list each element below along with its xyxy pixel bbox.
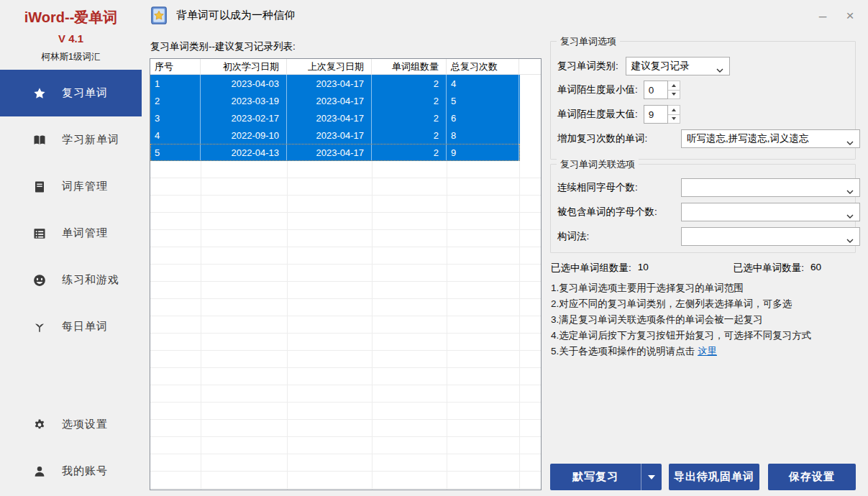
vocabulary-label: 柯林斯1级词汇: [0, 51, 142, 63]
selection-status: 已选中单词组数量: 10 已选中单词数量: 60: [551, 262, 821, 275]
sidebar-item-label: 词库管理: [62, 180, 108, 193]
instruction-line-2: 2.对应不同的复习单词类别，左侧列表选择单词，可多选: [551, 296, 811, 312]
table-cell: 2: [372, 127, 447, 144]
table-cell: 9: [447, 144, 519, 161]
sidebar-item-每日单词[interactable]: 每日单词: [0, 303, 142, 350]
sidebar-item-label: 单词管理: [62, 226, 108, 240]
gear-icon: [33, 418, 46, 431]
column-header-1[interactable]: 初次学习日期: [201, 59, 287, 74]
min-strangeness-label: 单词陌生度最小值:: [557, 83, 638, 96]
app-header: iWord--爱单词 V 4.1 柯林斯1级词汇: [0, 0, 142, 63]
table-cell: 8: [447, 127, 519, 144]
chevron-down-icon: [846, 234, 854, 245]
stepper-up-button[interactable]: [668, 81, 680, 90]
app-title: iWord--爱单词: [0, 8, 142, 27]
table-cell: 4: [150, 127, 201, 144]
window-slogan: 背单词可以成为一种信仰: [176, 9, 295, 22]
sidebar-item-label: 学习新单词: [62, 133, 119, 147]
contained-letters-dropdown[interactable]: [681, 203, 860, 221]
increase-review-value: 听写遗忘,拼写遗忘,词义遗忘: [687, 132, 809, 145]
table-row-4[interactable]: 42022-09-102023-04-1728: [150, 127, 520, 144]
word-formation-row: 构词法:: [557, 227, 851, 246]
sidebar-item-复习单词[interactable]: 复习单词: [0, 70, 142, 116]
smiley-icon: [33, 274, 46, 287]
table-cell: 4: [447, 75, 519, 92]
table-cell: 2023-04-17: [287, 92, 372, 109]
increase-review-label: 增加复习次数的单词:: [557, 132, 647, 145]
dropdown-arrow-icon: [648, 475, 655, 479]
selected-words-count: 60: [810, 262, 821, 275]
app-logo-book-icon: [150, 6, 169, 25]
up-arrow-icon: [672, 109, 676, 111]
down-arrow-icon: [672, 93, 676, 96]
sidebar-item-单词管理[interactable]: 单词管理: [0, 210, 142, 257]
table-cell: 2: [372, 109, 447, 127]
related-options-group: 复习单词关联选项 连续相同字母个数: 被包含单词的字母个数:: [550, 164, 856, 253]
export-words-button[interactable]: 导出待巩固单词: [669, 464, 759, 490]
sidebar-item-我的账号[interactable]: 我的账号: [0, 448, 142, 495]
chevron-down-icon: [846, 137, 854, 147]
sidebar-item-选项设置[interactable]: 选项设置: [0, 401, 142, 448]
down-arrow-icon: [672, 117, 676, 120]
sidebar-item-label: 每日单词: [62, 320, 108, 334]
table-cell: 2022-04-13: [201, 144, 287, 161]
selected-groups-status: 已选中单词组数量: 10: [551, 262, 649, 275]
sidebar-item-学习新单词[interactable]: 学习新单词: [0, 116, 142, 163]
book-icon: [33, 180, 46, 193]
table-cell: 2: [372, 75, 447, 92]
max-strangeness-value[interactable]: 9: [644, 105, 668, 124]
list-icon: [33, 227, 46, 240]
sidebar-item-练习和游戏[interactable]: 练习和游戏: [0, 257, 142, 303]
increase-review-row: 增加复习次数的单词: 听写遗忘,拼写遗忘,词义遗忘: [557, 129, 851, 148]
table-cell: 3: [150, 109, 201, 127]
stepper-down-button[interactable]: [668, 114, 680, 124]
selected-words-status: 已选中单词数量: 60: [734, 262, 821, 275]
dictation-review-button[interactable]: 默写复习: [550, 464, 662, 490]
instruction-line-3: 3.满足复习单词关联选项条件的单词会被一起复习: [551, 312, 811, 328]
table-cell: 2023-04-17: [287, 109, 372, 127]
column-header-2[interactable]: 上次复习日期: [287, 59, 372, 74]
same-letters-dropdown[interactable]: [681, 178, 860, 197]
table-row-1[interactable]: 12023-04-032023-04-1724: [150, 75, 520, 92]
selected-groups-count: 10: [638, 262, 649, 275]
contained-letters-row: 被包含单词的字母个数:: [557, 203, 851, 221]
sidebar-item-label: 选项设置: [62, 418, 108, 431]
sidebar-item-词库管理[interactable]: 词库管理: [0, 163, 142, 210]
table-cell: 5: [447, 92, 519, 109]
sidebar-bottom-nav: 选项设置 我的账号: [0, 401, 142, 495]
max-strangeness-stepper[interactable]: 9: [644, 105, 680, 124]
stepper-up-button[interactable]: [668, 106, 680, 114]
close-button[interactable]: ×: [839, 6, 861, 26]
sidebar-nav: 复习单词 学习新单词 词库管理 单词管理 练习和游戏 每日单词: [0, 70, 142, 350]
category-dropdown[interactable]: 建议复习记录: [626, 57, 730, 75]
table-row-3[interactable]: 32023-02-172023-04-1726: [150, 109, 520, 127]
word-formation-dropdown[interactable]: [681, 227, 860, 246]
minimize-button[interactable]: –: [812, 6, 833, 26]
review-records-table[interactable]: 序号初次学习日期上次复习日期单词组数量总复习次数 12023-04-032023…: [150, 58, 542, 490]
max-strangeness-label: 单词陌生度最大值:: [557, 108, 638, 121]
review-options-group: 复习单词选项 复习单词类别: 建议复习记录 单词陌生度最小值: 0: [550, 41, 856, 160]
table-row-5[interactable]: 52022-04-132023-04-1729: [150, 144, 520, 161]
table-row-2[interactable]: 22023-03-192023-04-1725: [150, 92, 520, 109]
column-header-0[interactable]: 序号: [150, 59, 201, 74]
min-strangeness-stepper[interactable]: 0: [644, 81, 680, 99]
selected-groups-label: 已选中单词组数量:: [551, 262, 631, 275]
column-header-4[interactable]: 总复习次数: [447, 59, 519, 74]
increase-review-dropdown[interactable]: 听写遗忘,拼写遗忘,词义遗忘: [681, 129, 860, 148]
instructions-list: 1.复习单词选项主要用于选择复习的单词范围2.对应不同的复习单词类别，左侧列表选…: [551, 280, 811, 359]
max-strangeness-row: 单词陌生度最大值: 9: [557, 105, 851, 124]
save-settings-button[interactable]: 保存设置: [768, 464, 856, 490]
table-cell: 1: [150, 75, 201, 92]
review-mode-dropdown-button[interactable]: [641, 464, 662, 490]
table-cell: 2: [372, 144, 447, 161]
sidebar-item-label: 练习和游戏: [62, 273, 119, 287]
stepper-down-button[interactable]: [668, 90, 680, 99]
min-strangeness-value[interactable]: 0: [644, 81, 668, 99]
column-header-3[interactable]: 单词组数量: [372, 59, 447, 74]
chevron-down-icon: [846, 185, 854, 196]
star-icon: [33, 87, 46, 100]
instruction-line-5: 5.关于各选项和操作的说明请点击 这里: [551, 344, 811, 359]
sidebar-item-label: 我的账号: [62, 464, 108, 478]
help-link[interactable]: 这里: [698, 346, 717, 357]
category-row: 复习单词类别: 建议复习记录: [557, 57, 851, 75]
